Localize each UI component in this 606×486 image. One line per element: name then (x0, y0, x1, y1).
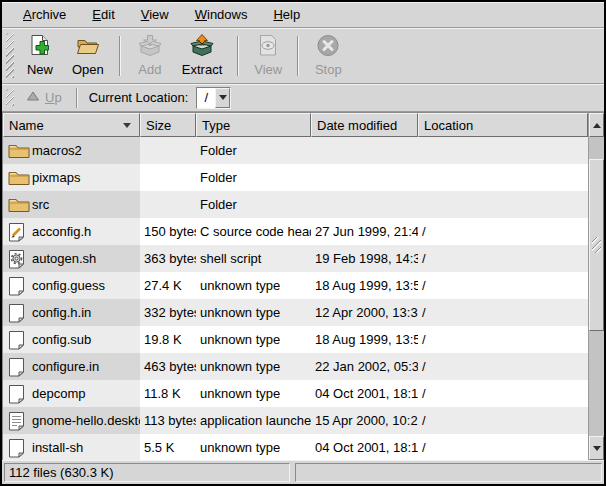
menu-archive[interactable]: Archive (10, 4, 79, 25)
file-name: src (32, 197, 49, 212)
up-icon (26, 90, 40, 105)
file-date-modified (311, 137, 418, 164)
location-bar-grip-handle[interactable] (6, 89, 14, 106)
file-name-cell: src (3, 191, 140, 218)
file-name-cell: pixmaps (3, 164, 140, 191)
toolbar-separator (119, 36, 121, 76)
file-name: acconfig.h (32, 224, 91, 239)
extract-button[interactable]: Extract (174, 31, 230, 80)
table-header-row: Name Size Type Date modified Location (3, 113, 588, 137)
file-name-cell: acconfig.h (3, 218, 140, 245)
add-button-label: Add (138, 63, 161, 77)
file-type: Folder (196, 164, 311, 191)
table-row[interactable]: configure.in463 bytesunknown type22 Jan … (3, 353, 588, 380)
file-name: depcomp (32, 386, 85, 401)
document-gear-icon (8, 249, 32, 269)
column-header-location[interactable]: Location (418, 113, 588, 137)
file-size: 150 bytes (140, 218, 196, 245)
table-row[interactable]: depcomp11.8 Kunknown type04 Oct 2001, 18… (3, 380, 588, 407)
add-files-icon (137, 33, 163, 62)
file-name: config.h.in (32, 305, 91, 320)
folder-icon (8, 196, 32, 213)
file-location: / (418, 245, 588, 272)
view-button: View (246, 31, 290, 80)
file-type: unknown type (196, 353, 311, 380)
status-file-count: 112 files (630.3 K) (4, 463, 290, 482)
toolbar-separator (297, 36, 299, 76)
column-header-name-label: Name (9, 118, 44, 133)
status-text: 112 files (630.3 K) (9, 465, 114, 480)
up-button-label: Up (45, 90, 62, 105)
menu-help[interactable]: Help (260, 4, 313, 25)
file-date-modified: 19 Feb 1998, 14:31 (311, 245, 418, 272)
table-row[interactable]: acconfig.h150 bytesC source code header2… (3, 218, 588, 245)
file-location (418, 164, 588, 191)
file-size (140, 164, 196, 191)
table-row[interactable]: pixmapsFolder (3, 164, 588, 191)
table-row[interactable]: config.guess27.4 Kunknown type18 Aug 199… (3, 272, 588, 299)
scrollbar-thumb[interactable] (589, 159, 604, 331)
menu-windows[interactable]: Windows (182, 4, 261, 25)
view-file-icon (255, 33, 281, 62)
table-row[interactable]: config.h.in332 bytesunknown type12 Apr 2… (3, 299, 588, 326)
file-date-modified: 27 Jun 1999, 21:49 (311, 218, 418, 245)
file-size: 113 bytes (140, 407, 196, 434)
stop-button: Stop (306, 31, 350, 80)
menu-bar: Archive Edit View Windows Help (2, 2, 604, 28)
scroll-down-button[interactable] (589, 436, 604, 460)
table-row[interactable]: config.sub19.8 Kunknown type18 Aug 1999,… (3, 326, 588, 353)
location-combo: / (196, 87, 231, 109)
table-row[interactable]: install-sh5.5 Kunknown type04 Oct 2001, … (3, 434, 588, 460)
file-name-cell: macros2 (3, 137, 140, 164)
table-row[interactable]: gnome-hello.desktop113 bytesapplication … (3, 407, 588, 434)
menu-view[interactable]: View (128, 4, 182, 25)
screenshot-frame: Archive Edit View Windows Help New (0, 0, 606, 486)
menu-edit[interactable]: Edit (79, 4, 127, 25)
file-location (418, 137, 588, 164)
vertical-scrollbar[interactable] (588, 113, 604, 460)
column-header-type[interactable]: Type (196, 113, 311, 137)
file-type: unknown type (196, 380, 311, 407)
location-input[interactable]: / (197, 88, 215, 108)
file-name-cell: configure.in (3, 353, 140, 380)
file-size (140, 137, 196, 164)
location-bar-separator (76, 88, 78, 108)
new-archive-icon (27, 33, 53, 62)
file-name-cell: config.h.in (3, 299, 140, 326)
column-header-name[interactable]: Name (3, 113, 140, 137)
file-name: config.sub (32, 332, 91, 347)
file-size: 11.8 K (140, 380, 196, 407)
folder-icon (8, 169, 32, 186)
table-row[interactable]: macros2Folder (3, 137, 588, 164)
current-location-label: Current Location: (89, 90, 189, 105)
open-button[interactable]: Open (64, 31, 112, 80)
document-icon (8, 276, 32, 296)
table-row[interactable]: srcFolder (3, 191, 588, 218)
file-date-modified: 04 Oct 2001, 18:12 (311, 380, 418, 407)
sort-arrow-icon (123, 123, 131, 128)
new-button[interactable]: New (18, 31, 62, 80)
location-dropdown-button[interactable] (215, 88, 230, 108)
file-name: config.guess (32, 278, 105, 293)
column-header-size[interactable]: Size (140, 113, 196, 137)
table-row[interactable]: autogen.sh363 bytesshell script19 Feb 19… (3, 245, 588, 272)
scroll-up-button[interactable] (589, 113, 604, 137)
add-button: Add (128, 31, 172, 80)
column-header-type-label: Type (202, 118, 230, 133)
file-location: / (418, 326, 588, 353)
document-pencil-icon (8, 222, 32, 242)
status-secondary-panel (295, 463, 602, 482)
file-type: application launcher (196, 407, 311, 434)
document-icon (8, 303, 32, 323)
location-bar: Up Current Location: / (2, 84, 604, 112)
file-type: C source code header (196, 218, 311, 245)
file-type: Folder (196, 137, 311, 164)
document-icon (8, 357, 32, 377)
folder-icon (8, 142, 32, 159)
column-header-date-modified[interactable]: Date modified (311, 113, 418, 137)
new-button-label: New (27, 63, 53, 77)
open-archive-icon (75, 33, 101, 62)
file-date-modified: 15 Apr 2000, 10:21 (311, 407, 418, 434)
scrollbar-track[interactable] (589, 137, 604, 436)
toolbar-grip-handle[interactable] (6, 33, 14, 78)
